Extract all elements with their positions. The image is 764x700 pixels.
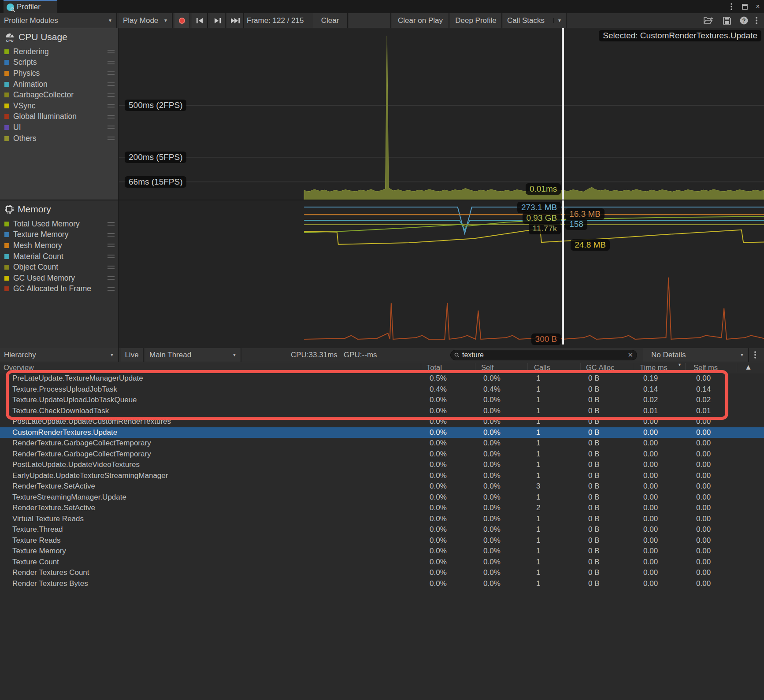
search-input[interactable]: texture ✕ [450,350,637,360]
drag-handle-icon[interactable] [108,287,115,291]
playhead[interactable] [562,200,564,344]
play-mode-dropdown[interactable]: Play Mode▼ [119,13,173,28]
column-self[interactable]: Self [481,362,493,373]
legend-item[interactable]: VSync [0,100,118,111]
cell-value: 0.0% [430,515,447,523]
drag-handle-icon[interactable] [108,115,115,119]
memory-chart[interactable]: 273.1 MB0.93 GB11.77k16.3 MB15824.8 MB30… [119,200,764,348]
legend-swatch [4,71,9,76]
help-button[interactable]: ? [736,13,752,28]
table-row[interactable]: RenderTexture.GarbageCollectTemporary0.0… [0,449,764,460]
legend-item[interactable]: Global Illumination [0,111,118,122]
toolbar-menu-button[interactable] [750,13,763,28]
table-row[interactable]: Texture Count0.0%0.0%10 B0.000.00 [0,557,764,568]
save-profile-button[interactable] [719,13,735,28]
table-row[interactable]: Texture.CheckDownloadTask0.0%0.0%10 B0.0… [0,406,764,417]
drag-handle-icon[interactable] [108,71,115,75]
column-time-ms[interactable]: Time ms [640,362,668,373]
drag-handle-icon[interactable] [108,50,115,53]
thread-dropdown[interactable]: Main Thread▼ [145,348,241,362]
legend-item[interactable]: Mesh Memory [0,240,118,251]
table-row[interactable]: TextureStreamingManager.Update0.0%0.0%10… [0,492,764,503]
close-icon[interactable]: × [753,2,762,11]
legend-item[interactable]: GC Used Memory [0,273,118,284]
chevron-down-icon: ▼ [108,18,112,23]
cell-value: 0 B [588,396,600,404]
legend-item[interactable]: Object Count [0,262,118,273]
drag-handle-icon[interactable] [108,244,115,247]
legend-item[interactable]: Material Count [0,251,118,262]
table-row[interactable]: EarlyUpdate.UpdateTextureStreamingManage… [0,470,764,481]
current-frame-button[interactable] [227,13,244,28]
drag-handle-icon[interactable] [108,233,115,237]
legend-item[interactable]: Scripts [0,57,118,68]
window-menu-icon[interactable] [727,2,736,11]
hierarchy-menu-button[interactable] [754,348,756,362]
legend-item[interactable]: Rendering [0,46,118,57]
record-button[interactable] [174,13,190,28]
table-row[interactable]: Texture Memory0.0%0.0%10 B0.000.00 [0,546,764,557]
legend-item[interactable]: UI [0,122,118,133]
playhead[interactable] [562,28,564,200]
legend-item[interactable]: Animation [0,79,118,90]
drag-handle-icon[interactable] [108,61,115,64]
legend-item[interactable]: Physics [0,68,118,79]
deep-profile-button[interactable]: Deep Profile [450,13,502,28]
column-self-ms[interactable]: Self ms [694,362,718,373]
table-row[interactable]: PreLateUpdate.TextureManagerUpdate0.5%0.… [0,373,764,384]
table-row[interactable]: RenderTexture.SetActive0.0%0.0%20 B0.000… [0,503,764,514]
legend-item[interactable]: Total Used Memory [0,219,118,230]
table-row[interactable]: Texture.UpdateUploadJobTaskQueue0.0%0.0%… [0,395,764,406]
table-row[interactable]: Texture.ProcessUploadJobTask0.4%0.4%10 B… [0,384,764,395]
profiler-modules-dropdown[interactable]: Profiler Modules▼ [0,13,117,28]
table-row[interactable]: Virtual Texture Reads0.0%0.0%10 B0.000.0… [0,514,764,525]
legend-swatch [4,60,9,65]
table-row[interactable]: Texture Reads0.0%0.0%10 B0.000.00 [0,535,764,546]
cpu-chart[interactable]: 500ms (2FPS)200ms (5FPS)66ms (15FPS)0.01… [119,28,764,200]
table-row[interactable]: PostLateUpdate.UpdateCustomRenderTexture… [0,416,764,427]
drag-handle-icon[interactable] [108,93,115,97]
drag-handle-icon[interactable] [108,266,115,269]
next-frame-button[interactable] [210,13,226,28]
table-row[interactable]: Render Textures Bytes0.0%0.0%10 B0.000.0… [0,578,764,589]
call-stacks-dropdown[interactable]: Call Stacks▼ [503,13,567,28]
clear-button[interactable]: Clear [313,13,348,28]
clear-search-icon[interactable]: ✕ [627,351,633,359]
drag-handle-icon[interactable] [108,82,115,86]
cell-value: 0.5% [430,374,447,383]
open-folder-icon [704,17,713,24]
cell-value: 0.0% [430,547,447,556]
profiler-tab[interactable]: Profiler [4,0,57,13]
legend-item[interactable]: Others [0,133,118,144]
view-mode-dropdown[interactable]: Hierarchy▼ [0,348,119,362]
maximize-icon[interactable] [740,2,749,11]
cell-value: 0 B [588,439,600,448]
column-total[interactable]: Total [427,362,442,373]
drag-handle-icon[interactable] [108,276,115,280]
drag-handle-icon[interactable] [108,126,115,129]
table-row[interactable]: Render Textures Count0.0%0.0%10 B0.000.0… [0,567,764,578]
column-overview[interactable]: Overview [4,362,34,373]
table-row[interactable]: Texture.Thread0.0%0.0%10 B0.000.00 [0,524,764,535]
live-button[interactable]: Live [121,348,144,362]
drag-handle-icon[interactable] [108,222,115,226]
legend-item[interactable]: GC Allocated In Frame [0,284,118,295]
column-calls[interactable]: Calls [534,362,550,373]
table-row[interactable]: RenderTexture.GarbageCollectTemporary0.0… [0,438,764,449]
cell-value: 0.00 [643,439,658,448]
load-profile-button[interactable] [701,13,716,28]
drag-handle-icon[interactable] [108,137,115,140]
table-row[interactable]: PostLateUpdate.UpdateVideoTextures0.0%0.… [0,459,764,470]
drag-handle-icon[interactable] [108,255,115,258]
details-dropdown[interactable]: No Details▼ [643,348,749,362]
legend-item[interactable]: Texture Memory [0,230,118,241]
drag-handle-icon[interactable] [108,104,115,107]
collapse-pane-icon[interactable]: ▲ [745,363,752,372]
column-gc-alloc[interactable]: GC Alloc [586,362,614,373]
legend-item[interactable]: GarbageCollector [0,89,118,100]
table-row[interactable]: RenderTexture.SetActive0.0%0.0%30 B0.000… [0,481,764,492]
clear-on-play-button[interactable]: Clear on Play [392,13,449,28]
table-row-selected[interactable]: CustomRenderTextures.Update0.0%0.0%10 B0… [0,427,764,438]
cell-value: 0.00 [696,439,711,448]
previous-frame-button[interactable] [192,13,208,28]
